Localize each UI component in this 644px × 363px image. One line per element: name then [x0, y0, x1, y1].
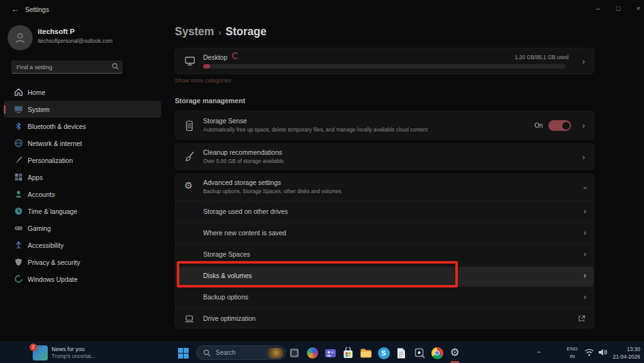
storage-sense-toggle[interactable] [548, 120, 571, 131]
taskbar-search-input[interactable] [216, 347, 263, 358]
sidebar-item-label: Time & language [28, 208, 77, 215]
search-icon [203, 349, 211, 357]
taskbar-search[interactable] [196, 345, 286, 360]
storage-sense-subtitle: Automatically free up space, delete temp… [203, 126, 428, 133]
advanced-title: Advanced storage settings [203, 179, 281, 186]
globe-icon [14, 138, 23, 148]
microsoft-store-button[interactable] [340, 345, 355, 360]
gear-icon: ⚙ [450, 347, 459, 359]
advanced-subtitle: Backup options, Storage Spaces, other di… [203, 188, 341, 194]
sidebar-item-accounts[interactable]: Accounts [4, 186, 161, 203]
skype-button[interactable]: S [376, 345, 391, 360]
app-title: Settings [25, 6, 49, 13]
sidebar: itechsoft P itechsoftpersonal@outlook.co… [0, 19, 164, 342]
apps-grid-icon [14, 172, 23, 182]
wifi-icon[interactable] [584, 348, 594, 357]
maximize-button[interactable]: □ [608, 0, 628, 16]
notepad-button[interactable] [394, 345, 409, 360]
file-explorer-button[interactable] [358, 345, 374, 360]
desktop-storage-card[interactable]: Desktop 1.20 GB/95.1 GB used › [175, 48, 594, 74]
row-label: Backup options [203, 293, 248, 301]
brush-icon [14, 155, 23, 165]
page-title: Storage [226, 25, 267, 38]
annotation-highlight-rectangle [177, 261, 458, 288]
laptop-icon [184, 314, 194, 324]
row-label: Where new content is saved [203, 229, 286, 237]
row-drive-optimization[interactable]: Drive optimization [175, 308, 595, 329]
close-button[interactable]: × [628, 0, 644, 16]
tray-chevron-up-icon[interactable]: › [535, 351, 542, 354]
skype-icon: S [378, 347, 390, 359]
sidebar-item-label: Home [28, 89, 45, 96]
sidebar-item-apps[interactable]: Apps [4, 169, 161, 186]
copilot-button[interactable] [305, 345, 320, 360]
search-highlight-image[interactable] [265, 348, 284, 359]
chrome-icon [431, 347, 443, 359]
breadcrumb-system[interactable]: System [175, 25, 214, 38]
monitor-icon [184, 55, 196, 67]
avatar[interactable] [8, 25, 33, 50]
gear-icon: ⚙ [184, 180, 192, 191]
widget-badge: 2 [30, 343, 37, 351]
chevron-right-icon: › [584, 293, 586, 301]
gamepad-icon [14, 223, 23, 233]
start-button[interactable] [175, 345, 191, 360]
snipping-tool-button[interactable] [412, 345, 427, 360]
advanced-storage-card: ⚙ Advanced storage settings Backup optio… [175, 174, 594, 328]
user-name: itechsoft P [38, 28, 75, 35]
cleanup-recommendations-card[interactable]: Cleanup recommendations Over 5.00 GB of … [175, 143, 594, 170]
settings-taskbar-button[interactable]: ⚙ [447, 345, 462, 360]
windows-logo-icon [177, 347, 189, 359]
search-input[interactable] [16, 61, 108, 72]
storage-sense-card[interactable]: Storage Sense Automatically free up spac… [175, 111, 594, 140]
task-view-icon [289, 347, 300, 359]
minimize-button[interactable]: – [588, 0, 608, 16]
active-app-indicator [450, 361, 459, 363]
row-backup-options[interactable]: Backup options › [175, 286, 595, 308]
back-button[interactable]: ← [8, 4, 23, 15]
teams-button[interactable] [323, 345, 338, 360]
sidebar-item-time-language[interactable]: Time & language [4, 203, 161, 220]
row-storage-used-other-drives[interactable]: Storage used on other drives › [175, 201, 595, 222]
clock[interactable]: 13:30 21-04-2026 [604, 345, 640, 360]
sidebar-item-system[interactable]: System [4, 101, 161, 118]
sidebar-item-home[interactable]: Home [4, 84, 161, 101]
notepad-icon [396, 347, 406, 359]
language-line2: IN [562, 353, 583, 360]
widget-news-title[interactable]: News for you [52, 346, 85, 352]
accessibility-person-icon [14, 240, 23, 250]
taskbar: 2 News for you Trump's uncertai... S [0, 342, 644, 363]
chevron-right-icon: › [584, 208, 586, 215]
chevron-right-icon: › [582, 58, 585, 65]
sidebar-item-accessibility[interactable]: Accessibility [4, 237, 161, 254]
sidebar-item-personalization[interactable]: Personalization [4, 152, 161, 169]
microsoft-store-icon [342, 347, 354, 359]
sidebar-item-label: Gaming [28, 225, 51, 232]
row-where-new-content-saved[interactable]: Where new content is saved › [175, 222, 595, 243]
chevron-right-icon: › [582, 122, 585, 130]
sidebar-item-label: Windows Update [28, 276, 77, 283]
person-icon [13, 31, 27, 45]
storage-progress-fill [203, 64, 210, 69]
chevron-right-icon: › [584, 272, 586, 279]
find-setting-box[interactable] [11, 60, 123, 74]
sidebar-item-privacy[interactable]: Privacy & security [4, 254, 161, 271]
widget-news-subtitle[interactable]: Trump's uncertai... [52, 353, 96, 359]
system-icon [14, 104, 23, 114]
clock-icon [14, 206, 23, 216]
sidebar-item-network[interactable]: Network & internet [4, 135, 161, 152]
sidebar-item-label: Personalization [28, 157, 73, 164]
task-view-button[interactable] [287, 345, 302, 360]
advanced-storage-header[interactable]: ⚙ Advanced storage settings Backup optio… [175, 174, 595, 201]
chrome-button[interactable] [430, 345, 445, 360]
row-label: Storage used on other drives [203, 208, 288, 215]
show-more-categories-link[interactable]: Show more categories [175, 77, 231, 84]
chevron-right-icon: › [584, 229, 586, 237]
language-indicator[interactable]: ENG IN [562, 345, 583, 360]
sidebar-item-gaming[interactable]: Gaming [4, 220, 161, 237]
sidebar-item-label: Apps [28, 174, 43, 181]
loading-spinner-icon [232, 52, 239, 59]
sidebar-item-windows-update[interactable]: Windows Update [4, 271, 161, 288]
storage-progress-bar [203, 64, 565, 69]
sidebar-item-bluetooth[interactable]: Bluetooth & devices [4, 118, 161, 135]
